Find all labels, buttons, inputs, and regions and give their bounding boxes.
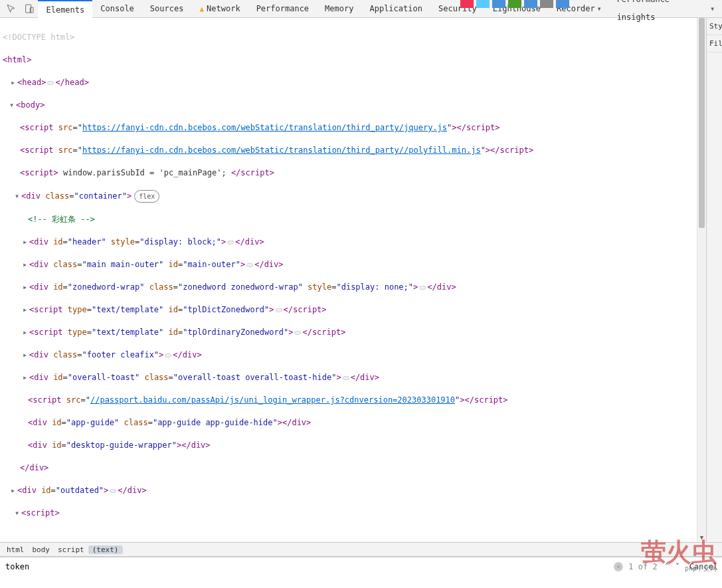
script-polyfill-node[interactable]: <script src="https://fanyi-cdn.cdn.bcebo…	[0, 145, 697, 156]
vertical-scrollbar[interactable]: ▲▼	[697, 18, 706, 542]
ellipsis-icon[interactable]	[276, 308, 282, 312]
styles-side-panel[interactable]: Style Filte	[706, 18, 722, 542]
expand-caret-icon[interactable]: ▸	[23, 304, 29, 316]
tab-perf-insights[interactable]: Performance insights▼	[609, 0, 722, 18]
html-open-tag[interactable]: <html>	[0, 54, 697, 66]
jquery-src-link[interactable]: https://fanyi-cdn.cdn.bcebos.com/webStat…	[82, 123, 447, 132]
tab-console[interactable]: Console	[92, 0, 142, 18]
collapse-caret-icon[interactable]: ▾	[15, 191, 21, 202]
zonedword-node[interactable]: ▸<div id="zonedword-wrap" class="zonedwo…	[0, 282, 697, 293]
find-bar: ✕ 1 of 2 ˄ ˅ Cancel	[0, 557, 722, 575]
collapse-caret-icon[interactable]: ▾	[15, 508, 21, 519]
footer-node[interactable]: ▸<div class="footer cleafix"></div>	[0, 349, 697, 361]
ellipsis-icon[interactable]	[294, 331, 301, 335]
crumb-text[interactable]: (text)	[88, 545, 123, 554]
div-close-node[interactable]: </div>	[0, 462, 697, 474]
passport-src-link[interactable]: //passport.baidu.com/passApi/js/uni_logi…	[90, 395, 455, 405]
chevron-down-icon: ▼	[598, 0, 601, 18]
breadcrumb-bar: html body script (text)	[0, 542, 722, 557]
watermark-subtext: php中文网	[685, 564, 717, 573]
container-div-node[interactable]: ▾<div class="container">flex	[0, 190, 697, 203]
filter-tab[interactable]: Filte	[707, 35, 722, 52]
ellipsis-icon[interactable]	[343, 376, 349, 380]
warning-icon: ▲	[199, 5, 204, 13]
crumb-script[interactable]: script	[54, 545, 88, 554]
svg-rect-1	[30, 7, 33, 13]
tpl1-node[interactable]: ▸<script type="text/template" id="tplDic…	[0, 304, 697, 316]
device-mode-icon[interactable]	[21, 0, 39, 18]
ellipsis-icon[interactable]	[47, 81, 54, 85]
main-outer-node[interactable]: ▸<div class="main main-outer" id="main-o…	[0, 259, 697, 270]
expand-caret-icon[interactable]: ▸	[11, 485, 17, 496]
tab-performance[interactable]: Performance	[248, 0, 317, 18]
script-inline-node[interactable]: <script> window.parisSubId = 'pc_mainPag…	[0, 167, 697, 179]
app-guide-node[interactable]: <div id="app-guide" class="app-guide app…	[0, 417, 697, 429]
chevron-down-icon: ▼	[711, 0, 714, 18]
ellipsis-icon[interactable]	[165, 353, 171, 357]
ellipsis-icon[interactable]	[246, 263, 253, 267]
tab-network[interactable]: ▲Network	[191, 0, 248, 18]
outdated-node[interactable]: ▸<div id="outdated"></div>	[0, 485, 697, 496]
tpl2-node[interactable]: ▸<script type="text/template" id="tplOrd…	[0, 327, 697, 338]
expand-caret-icon[interactable]: ▸	[11, 77, 17, 88]
passport-script-node[interactable]: <script src="//passport.baidu.com/passAp…	[0, 395, 697, 406]
styles-tab[interactable]: Style	[707, 18, 722, 35]
expand-caret-icon[interactable]: ▸	[23, 327, 29, 338]
browser-extension-icons	[460, 0, 569, 8]
find-input[interactable]	[4, 561, 614, 573]
comment-node[interactable]: <!-- 彩虹条 -->	[0, 214, 697, 225]
ellipsis-icon[interactable]	[110, 489, 116, 493]
overall-toast-node[interactable]: ▸<div id="overall-toast" class="overall-…	[0, 372, 697, 383]
ellipsis-icon[interactable]	[419, 286, 426, 290]
ellipsis-icon[interactable]	[227, 241, 234, 245]
expand-caret-icon[interactable]: ▸	[23, 282, 29, 293]
doctype-node[interactable]: <!DOCTYPE html>	[0, 32, 697, 43]
body-open-tag[interactable]: ▾<body>	[0, 100, 697, 111]
devtools-tabs-bar: Elements Console Sources ▲Network Perfor…	[0, 0, 722, 18]
flex-badge[interactable]: flex	[134, 190, 159, 203]
expand-caret-icon[interactable]: ▸	[23, 372, 29, 383]
dom-tree-pane[interactable]: <!DOCTYPE html> <html> ▸<head></head> ▾<…	[0, 18, 697, 542]
expand-caret-icon[interactable]: ▸	[23, 259, 29, 270]
crumb-html[interactable]: html	[3, 545, 29, 554]
common-script-open[interactable]: ▾<script>	[0, 508, 697, 519]
header-div-node[interactable]: ▸<div id="header" style="display: block;…	[0, 237, 697, 248]
tab-elements[interactable]: Elements	[38, 0, 92, 18]
crumb-body[interactable]: body	[29, 545, 54, 554]
tab-application[interactable]: Application	[361, 0, 430, 18]
script-jquery-node[interactable]: <script src="https://fanyi-cdn.cdn.bcebo…	[0, 122, 697, 134]
tab-sources[interactable]: Sources	[142, 0, 192, 18]
inspect-element-icon[interactable]	[3, 0, 21, 18]
script-text-content[interactable]: window['common'] = { token: 'b1492ca3c71…	[0, 541, 697, 542]
expand-caret-icon[interactable]: ▸	[23, 349, 29, 361]
tab-memory[interactable]: Memory	[317, 0, 361, 18]
desktop-guide-node[interactable]: <div id="desktop-guide-wrapper"></div>	[0, 440, 697, 451]
expand-caret-icon[interactable]: ▸	[23, 237, 29, 248]
collapse-caret-icon[interactable]: ▾	[9, 100, 16, 111]
head-node[interactable]: ▸<head></head>	[0, 77, 697, 88]
polyfill-src-link[interactable]: https://fanyi-cdn.cdn.bcebos.com/webStat…	[82, 146, 481, 155]
clear-search-icon[interactable]: ✕	[614, 562, 623, 571]
scroll-thumb[interactable]	[699, 18, 705, 228]
